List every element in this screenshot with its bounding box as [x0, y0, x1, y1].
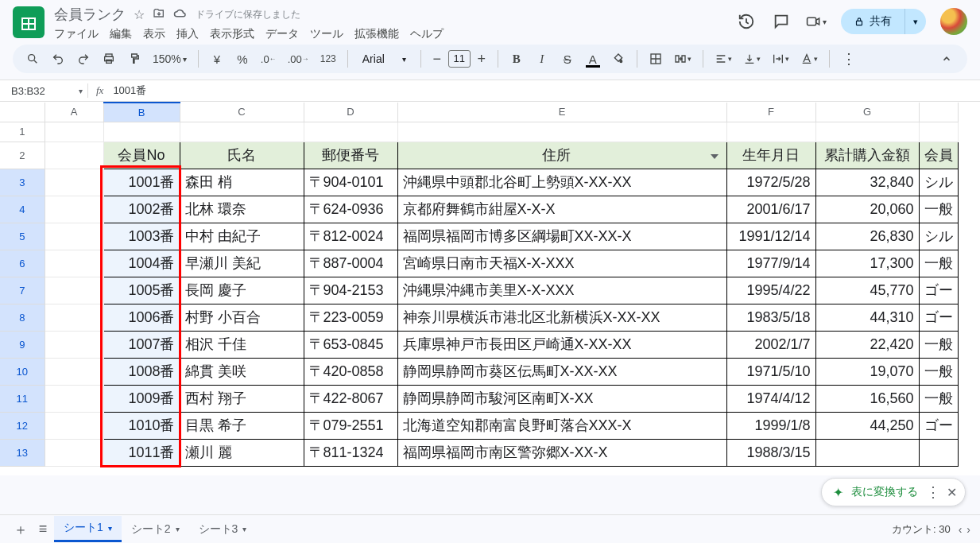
table-cell[interactable]: 綿貫 美咲 [180, 358, 304, 385]
cell[interactable] [726, 122, 815, 142]
comments-icon[interactable] [771, 11, 792, 32]
table-cell[interactable]: 1988/3/15 [726, 439, 815, 466]
spreadsheet-grid[interactable]: ABCDEFG12会員No氏名郵便番号住所生年月日累計購入金額会員31001番森… [0, 102, 980, 475]
zoom-select[interactable]: 150% ▾ [149, 52, 190, 65]
table-cell[interactable]: 44,310 [815, 304, 919, 331]
table-cell[interactable]: 宮崎県日南市天福X-X-XXX [397, 250, 726, 277]
text-wrap-button[interactable]: ▾ [769, 48, 792, 70]
sheet-tab[interactable]: シート2▾ [122, 516, 189, 542]
column-header-G[interactable]: G [815, 103, 919, 122]
table-cell[interactable]: 〒887-0004 [304, 250, 397, 277]
fill-color-button[interactable] [608, 48, 629, 70]
sheet-tab[interactable]: シート1▾ [54, 516, 122, 542]
table-cell[interactable]: 2001/6/17 [726, 196, 815, 223]
table-cell[interactable]: 1977/9/14 [726, 250, 815, 277]
table-cell[interactable]: 瀬川 麗 [180, 439, 304, 466]
menu-insert[interactable]: 挿入 [176, 27, 199, 41]
column-header-A[interactable]: A [45, 103, 103, 122]
menu-data[interactable]: データ [265, 27, 299, 41]
table-cell[interactable]: 福岡県福岡市南区警弥郷X-XX-X [397, 439, 726, 466]
move-icon[interactable] [153, 7, 165, 22]
star-icon[interactable]: ☆ [134, 7, 145, 22]
table-cell[interactable]: 2002/1/7 [726, 331, 815, 358]
cell[interactable] [397, 122, 726, 142]
table-cell[interactable]: 1999/1/8 [726, 412, 815, 439]
table-cell[interactable]: 1011番 [103, 439, 180, 466]
scroll-sheets-left[interactable]: ‹ [959, 523, 963, 536]
table-cell[interactable]: 20,060 [815, 196, 919, 223]
table-cell[interactable]: 〒811-1324 [304, 439, 397, 466]
column-header-B[interactable]: B [103, 103, 180, 122]
chevron-down-icon[interactable]: ▾ [176, 525, 180, 533]
bold-button[interactable]: B [506, 48, 527, 70]
table-header-cell[interactable]: 氏名 [180, 142, 304, 169]
table-cell[interactable]: 静岡県静岡市駿河区南町X-XX [397, 385, 726, 412]
formula-input[interactable]: 1001番 [111, 83, 980, 98]
meet-icon[interactable]: ▾ [806, 11, 827, 32]
cell[interactable] [45, 122, 103, 142]
table-cell[interactable]: 19,070 [815, 358, 919, 385]
share-dropdown[interactable]: ▾ [904, 9, 926, 34]
menu-format[interactable]: 表示形式 [210, 27, 254, 41]
row-header[interactable]: 5 [0, 223, 45, 250]
table-cell[interactable]: 1002番 [103, 196, 180, 223]
table-cell[interactable]: 中村 由紀子 [180, 223, 304, 250]
menu-view[interactable]: 表示 [143, 27, 165, 41]
sheet-tab[interactable]: シート3▾ [189, 516, 257, 542]
font-select[interactable]: Arial ▾ [356, 52, 413, 65]
table-cell[interactable]: 沖縄県沖縄市美里X-X-XXX [397, 277, 726, 304]
table-cell[interactable]: 〒904-0101 [304, 169, 397, 196]
column-header-F[interactable]: F [726, 103, 815, 122]
table-cell[interactable]: 〒420-0858 [304, 358, 397, 385]
row-header[interactable]: 7 [0, 277, 45, 304]
strikethrough-button[interactable]: S [557, 48, 578, 70]
row-header[interactable]: 6 [0, 250, 45, 277]
table-cell[interactable]: 1003番 [103, 223, 180, 250]
scroll-sheets-right[interactable]: › [966, 523, 970, 536]
table-cell[interactable]: 村野 小百合 [180, 304, 304, 331]
table-cell[interactable]: 静岡県静岡市葵区伝馬町X-XX-XX [397, 358, 726, 385]
table-cell[interactable]: 32,840 [815, 169, 919, 196]
table-cell[interactable]: 沖縄県中頭郡北谷町上勢頭X-XX-XX [397, 169, 726, 196]
menu-help[interactable]: ヘルプ [410, 27, 444, 41]
paint-format-icon[interactable] [124, 48, 145, 70]
filter-icon[interactable] [711, 154, 719, 159]
table-cell[interactable]: 〒653-0845 [304, 331, 397, 358]
row-header[interactable]: 11 [0, 385, 45, 412]
row-header[interactable]: 1 [0, 122, 45, 142]
merge-cells-button[interactable]: ▾ [671, 48, 695, 70]
row-header[interactable]: 4 [0, 196, 45, 223]
row-header[interactable]: 12 [0, 412, 45, 439]
table-header-cell[interactable]: 会員No [103, 142, 180, 169]
name-box[interactable]: B3:B32 ▾ [0, 85, 87, 97]
table-cell[interactable]: 16,560 [815, 385, 919, 412]
table-cell[interactable]: 26,830 [815, 223, 919, 250]
more-formats-icon[interactable]: 123 [317, 48, 339, 70]
row-header[interactable]: 3 [0, 169, 45, 196]
row-header[interactable]: 2 [0, 142, 45, 169]
row-header[interactable]: 10 [0, 358, 45, 385]
table-cell[interactable]: 兵庫県神戸市長田区戸崎通X-XX-XX [397, 331, 726, 358]
search-menus-icon[interactable] [22, 48, 43, 70]
table-cell[interactable]: 〒223-0059 [304, 304, 397, 331]
undo-icon[interactable] [48, 48, 68, 70]
account-avatar[interactable] [940, 8, 967, 35]
sheets-logo[interactable] [13, 6, 45, 38]
all-sheets-button[interactable]: ≡ [32, 518, 54, 541]
italic-button[interactable]: I [532, 48, 552, 70]
chip-close-icon[interactable]: ✕ [947, 485, 957, 500]
table-cell[interactable]: 45,770 [815, 277, 919, 304]
share-button[interactable]: 共有 [841, 9, 904, 34]
table-header-cell[interactable]: 住所 [397, 142, 726, 169]
row-header[interactable]: 9 [0, 331, 45, 358]
column-header-C[interactable]: C [180, 103, 304, 122]
cell[interactable] [180, 122, 304, 142]
table-header-cell[interactable]: 生年月日 [726, 142, 815, 169]
text-rotation-button[interactable]: ▾ [797, 48, 821, 70]
format-currency-icon[interactable]: ¥ [207, 48, 227, 70]
cell[interactable] [103, 122, 180, 142]
table-cell[interactable]: 京都府舞鶴市紺屋X-X-X [397, 196, 726, 223]
menu-extensions[interactable]: 拡張機能 [354, 27, 399, 41]
table-cell[interactable]: 1004番 [103, 250, 180, 277]
font-size-decrease[interactable]: − [429, 51, 445, 67]
